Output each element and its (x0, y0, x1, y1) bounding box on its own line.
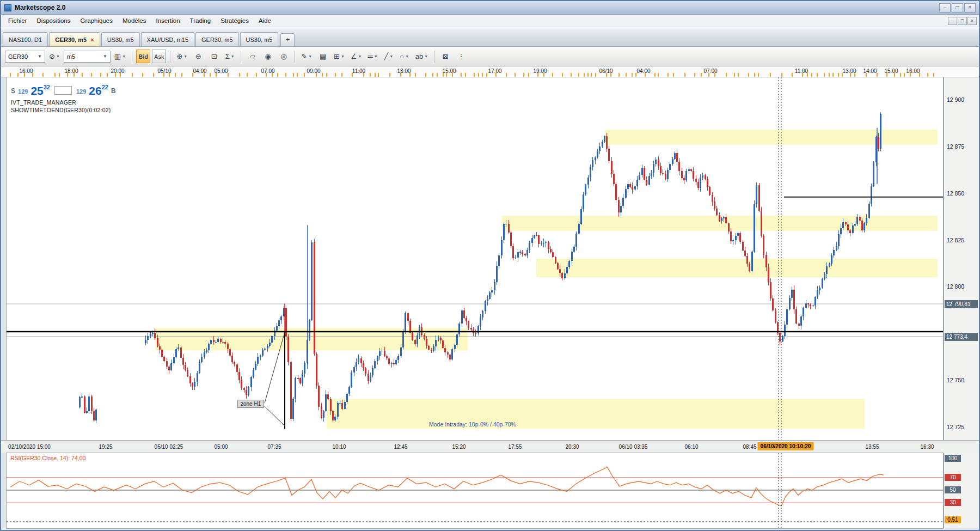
titlebar[interactable]: Marketscope 2.0 –□× (1, 1, 979, 15)
tab-close-icon[interactable]: × (90, 37, 94, 42)
text-button[interactable]: ab▼ (413, 50, 430, 63)
session-tick (842, 73, 843, 77)
time-label: 06/10 03:35 (619, 444, 648, 450)
amount-input[interactable] (54, 86, 72, 95)
chevron-down-icon: ▼ (308, 54, 312, 58)
zoom-area-button[interactable]: ⊡ (207, 50, 221, 63)
hline-button[interactable]: ═▼ (366, 50, 380, 63)
session-tick (443, 73, 444, 77)
sell-big-figure[interactable]: 129 (18, 88, 28, 96)
menu-item-graphiques[interactable]: Graphiques (76, 16, 118, 26)
session-tick (587, 73, 589, 77)
chart-type-button[interactable]: ▥▼ (112, 50, 128, 63)
minimize-button[interactable]: – (939, 3, 951, 13)
price-axis[interactable]: 12 90012 87512 85012 82512 80012 75012 7… (944, 77, 979, 440)
session-tick (910, 73, 911, 77)
rsi-indicator-label[interactable]: RSI(GER30.Close, 14): 74,00 (10, 455, 85, 461)
pencil-icon: ✎ (301, 52, 307, 60)
indicator-ban-button[interactable]: ⊘▼ (47, 50, 62, 63)
angle-button[interactable]: ∠▼ (348, 50, 364, 63)
rsi-panel[interactable]: RSI(GER30.Close, 14): 74,00 (7, 453, 943, 528)
buy-big-figure[interactable]: 129 (76, 88, 86, 96)
session-tick (552, 73, 553, 77)
sell-label: S (11, 87, 15, 96)
trade-manager-label: IVT_TRADE_MANAGER (11, 99, 76, 106)
tab-nas100-d1[interactable]: NAS100, D1 (3, 32, 48, 46)
tab-xau-usd-m15[interactable]: XAU/USD, m15 (141, 32, 194, 46)
child-minimize-button[interactable]: – (948, 17, 957, 25)
child-close-button[interactable]: × (967, 17, 977, 25)
session-tick (694, 73, 695, 77)
time-label: 15:20 (452, 444, 465, 450)
sum-button[interactable]: Σ▼ (223, 50, 237, 63)
toolbar: GER30 ▼ ⊘▼ m5 ▼ ▥▼BidAsk⊕▼⊖⊡Σ▼▱◉◎✎▼▤⊞▼∠▼… (1, 47, 979, 66)
session-tick (632, 73, 633, 77)
buy-price[interactable]: 2622 (89, 82, 108, 96)
tab-ger30-m5[interactable]: GER30, m5 (195, 32, 238, 46)
session-tick (824, 73, 825, 77)
tab-ger30-m5[interactable]: GER30, m5× (49, 32, 100, 46)
session-tick (378, 73, 379, 77)
tab-us30-m5[interactable]: US30, m5 (101, 32, 140, 46)
indicator-ban-icon: ⊘ (49, 52, 55, 60)
menu-item-dispositions[interactable]: Dispositions (32, 16, 76, 26)
menu-item-trading[interactable]: Trading (185, 16, 216, 26)
chart-bottom-time-axis[interactable]: 02/10/2020 15:0019:2505/10 02:2505:0007:… (1, 440, 979, 453)
world-icon: ◎ (281, 52, 287, 60)
timeframe-combo-value: m5 (67, 53, 75, 60)
text-icon: ab (415, 52, 423, 60)
eraser-button[interactable]: ⊠ (438, 50, 452, 63)
session-tick (285, 73, 286, 77)
trendline-button[interactable]: ╱▼ (382, 50, 396, 63)
ask-button[interactable]: Ask (152, 50, 166, 63)
image-button[interactable]: ▤ (316, 50, 330, 63)
session-tick (886, 73, 887, 77)
chevron-down-icon: ▼ (405, 54, 409, 58)
close-button[interactable]: × (964, 3, 976, 13)
trendline-icon: ╱ (384, 52, 388, 60)
menu-item-strat-gies[interactable]: Stratégies (216, 16, 254, 26)
bid-button[interactable]: Bid (136, 50, 150, 63)
world-button[interactable]: ◎ (277, 50, 291, 63)
menu-item-fichier[interactable]: Fichier (3, 16, 32, 26)
zone-h1-label[interactable]: zone H1 (237, 400, 264, 408)
pencil-button[interactable]: ✎▼ (299, 50, 314, 63)
session-tick (478, 73, 479, 77)
chart-tabbar: NAS100, D1GER30, m5×US30, m5XAU/USD, m15… (1, 27, 979, 47)
maximize-button[interactable]: □ (952, 3, 963, 13)
window-controls: –□× (939, 3, 976, 13)
structure-button[interactable]: ⋮ (454, 50, 468, 63)
session-tick (400, 73, 401, 77)
instrument-combo[interactable]: GER30 ▼ (5, 51, 45, 63)
toolbar-separator (295, 51, 295, 63)
session-tick (748, 73, 749, 77)
session-tick (832, 73, 834, 77)
grid-button[interactable]: ⊞▼ (332, 50, 347, 63)
session-tick (817, 73, 818, 77)
session-tick (192, 73, 193, 77)
session-tick (838, 73, 839, 77)
time-label: 13:55 (865, 444, 879, 450)
menu-item-insertion[interactable]: Insertion (151, 16, 185, 26)
zoom-out-button[interactable]: ⊖ (191, 50, 205, 63)
zoom-in-button[interactable]: ⊕▼ (174, 50, 189, 63)
menu-item-mod-les[interactable]: Modèles (118, 16, 151, 26)
annotate-button[interactable]: ▱ (245, 50, 259, 63)
globe-button[interactable]: ◉ (261, 50, 275, 63)
session-tick (606, 73, 607, 77)
child-restore-button[interactable]: □ (958, 17, 967, 25)
session-tick (754, 73, 755, 77)
menu-item-aide[interactable]: Aide (254, 16, 276, 26)
add-tab-button[interactable]: + (280, 33, 295, 46)
sell-price[interactable]: 2532 (30, 82, 50, 96)
session-tick (341, 73, 342, 77)
session-tick (578, 73, 579, 77)
chart-top-time-axis: 16:0018:0020:0005/1004:0005:0007:0009:00… (1, 66, 979, 77)
menubar: FichierDispositionsGraphiquesModèlesInse… (1, 15, 979, 27)
time-label: 05/10 02:25 (155, 444, 183, 450)
tab-us30-m5[interactable]: US30, m5 (240, 32, 279, 46)
price-chart[interactable]: S 129 2532 129 2622 B IVT_TRADE_MANAGER … (7, 77, 943, 440)
session-tick (591, 73, 592, 77)
timeframe-combo[interactable]: m5 ▼ (64, 51, 111, 63)
ellipse-button[interactable]: ○▼ (397, 50, 412, 63)
